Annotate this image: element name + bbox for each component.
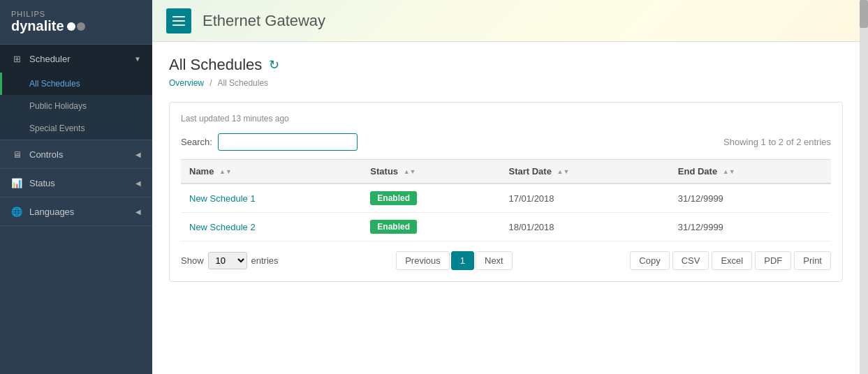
sidebar-item-controls[interactable]: 🖥 Controls ◀ [0,140,152,168]
cell-name: New Schedule 2 [181,213,362,241]
sidebar-item-public-holidays[interactable]: Public Holidays [0,95,152,117]
sidebar-item-all-schedules[interactable]: All Schedules [0,73,152,95]
calendar-icon: ⊞ [11,53,22,64]
nav-section-languages: 🌐 Languages ◀ [0,197,152,226]
breadcrumb-separator: / [209,78,212,88]
brand-name: PHILIPS [11,10,141,18]
hamburger-button[interactable] [166,8,191,33]
table-controls-top: Search: Showing 1 to 2 of 2 entries [181,133,831,151]
bar-chart-icon: 📊 [11,177,22,188]
entries-label: entries [251,255,279,266]
sort-enddate-icon[interactable]: ▲▼ [723,169,735,175]
csv-button[interactable]: CSV [672,251,709,270]
previous-button[interactable]: Previous [396,251,450,270]
sidebar-item-languages[interactable]: 🌐 Languages ◀ [0,197,152,225]
scheduler-label: Scheduler [29,54,71,64]
globe-icon: 🌐 [11,206,22,217]
nav-section-controls: 🖥 Controls ◀ [0,140,152,169]
table-controls-bottom: Show 10 25 50 100 entries Previous 1 Nex… [181,251,831,270]
sort-startdate-icon[interactable]: ▲▼ [557,169,570,175]
scrollbar[interactable] [860,0,868,374]
logo-area: PHILIPS dynalite [0,0,152,45]
cell-status: Enabled [362,184,500,213]
refresh-icon[interactable]: ↻ [269,57,279,73]
product-name: dynalite [11,18,141,34]
header-title: Ethernet Gateway [203,12,325,30]
status-badge: Enabled [370,191,417,205]
status-label: Status [29,178,55,188]
next-button[interactable]: Next [476,251,513,270]
cell-status: Enabled [362,213,500,241]
dynalite-logo-icon [67,22,85,31]
search-label: Search: [181,137,212,147]
export-buttons: Copy CSV Excel PDF Print [630,251,831,270]
sort-status-icon[interactable]: ▲▼ [404,169,416,175]
sidebar-nav: ⊞ Scheduler ▼ All Schedules Public Holid… [0,45,152,374]
hamburger-line-1 [172,16,185,17]
nav-section-status: 📊 Status ◀ [0,169,152,197]
breadcrumb-current: All Schedules [217,78,268,88]
sort-name-icon[interactable]: ▲▼ [219,169,232,175]
nav-section-scheduler: ⊞ Scheduler ▼ All Schedules Public Holid… [0,45,152,140]
print-button[interactable]: Print [794,251,831,270]
col-header-status: Status ▲▼ [362,160,500,184]
controls-label: Controls [29,149,63,160]
table-container: Last updated 13 minutes ago Search: Show… [169,102,843,282]
cell-start-date: 18/01/2018 [501,213,670,241]
breadcrumb: Overview / All Schedules [169,78,843,88]
show-label: Show [181,255,204,266]
sidebar-item-scheduler[interactable]: ⊞ Scheduler ▼ [0,45,152,73]
chevron-right-status-icon: ◀ [135,179,141,187]
showing-text: Showing 1 to 2 of 2 entries [723,137,831,147]
hamburger-line-2 [172,20,185,22]
chevron-down-icon: ▼ [134,55,141,63]
search-row: Search: [181,133,358,151]
page-title: All Schedules [169,56,262,74]
cell-name: New Schedule 1 [181,184,362,213]
languages-label: Languages [29,207,74,217]
page-1-button[interactable]: 1 [451,251,474,270]
header: Ethernet Gateway [152,0,860,42]
scrollbar-thumb[interactable] [860,0,868,28]
excel-button[interactable]: Excel [712,251,752,270]
pdf-button[interactable]: PDF [755,251,791,270]
breadcrumb-overview-link[interactable]: Overview [169,78,204,88]
pagination-controls: Previous 1 Next [396,251,513,270]
col-header-name: Name ▲▼ [181,160,362,184]
page-content-area: All Schedules ↻ Overview / All Schedules… [152,42,860,374]
circle-left-icon [67,22,75,31]
search-input[interactable] [218,133,358,151]
sidebar-item-status[interactable]: 📊 Status ◀ [0,169,152,197]
chevron-right-lang-icon: ◀ [135,208,141,216]
cell-start-date: 17/01/2018 [501,184,670,213]
sidebar: PHILIPS dynalite ⊞ Scheduler ▼ All Sched… [0,0,152,374]
table-header-row: Name ▲▼ Status ▲▼ Start Date ▲▼ End Da [181,160,831,184]
schedule-link-1[interactable]: New Schedule 1 [189,193,256,204]
cell-end-date: 31/12/9999 [670,184,831,213]
last-updated-text: Last updated 13 minutes ago [181,114,831,124]
show-entries-control: Show 10 25 50 100 entries [181,252,279,269]
scheduler-subnav: All Schedules Public Holidays Special Ev… [0,73,152,140]
schedule-link-2[interactable]: New Schedule 2 [189,222,256,232]
table-row: New Schedule 1Enabled17/01/201831/12/999… [181,184,831,213]
page-title-row: All Schedules ↻ [169,56,843,74]
monitor-icon: 🖥 [11,149,22,160]
cell-end-date: 31/12/9999 [670,213,831,241]
per-page-select[interactable]: 10 25 50 100 [208,252,247,269]
hamburger-line-3 [172,24,185,26]
copy-button[interactable]: Copy [630,251,669,270]
circle-right-icon [77,22,85,31]
chevron-right-icon: ◀ [135,151,141,158]
sidebar-item-special-events[interactable]: Special Events [0,117,152,140]
table-row: New Schedule 2Enabled18/01/201831/12/999… [181,213,831,241]
col-header-start-date: Start Date ▲▼ [501,160,670,184]
col-header-end-date: End Date ▲▼ [670,160,831,184]
schedules-table: Name ▲▼ Status ▲▼ Start Date ▲▼ End Da [181,159,831,241]
status-badge: Enabled [370,220,417,234]
main-content: Ethernet Gateway All Schedules ↻ Overvie… [152,0,860,374]
